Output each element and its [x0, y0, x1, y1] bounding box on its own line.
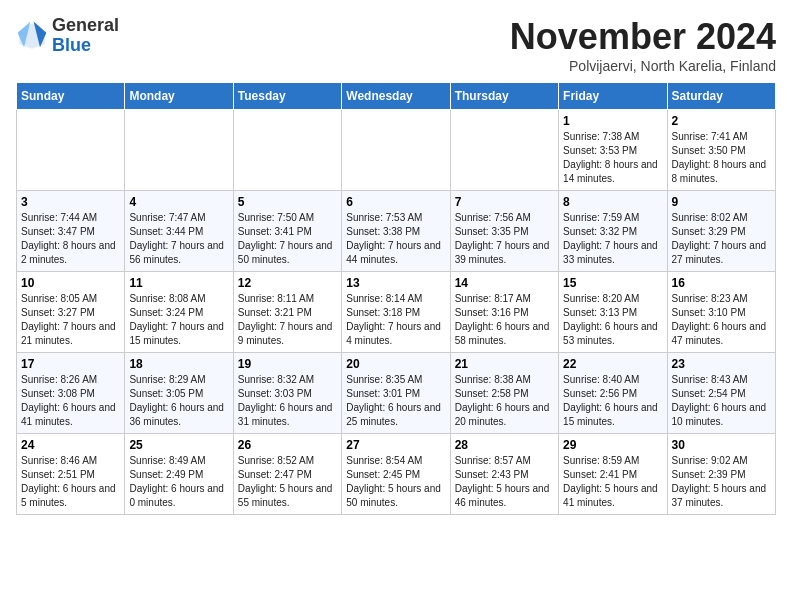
weekday-header-thursday: Thursday — [450, 83, 558, 110]
day-info: Sunrise: 8:46 AMSunset: 2:51 PMDaylight:… — [21, 454, 120, 510]
calendar-cell: 23Sunrise: 8:43 AMSunset: 2:54 PMDayligh… — [667, 353, 775, 434]
calendar-cell: 4Sunrise: 7:47 AMSunset: 3:44 PMDaylight… — [125, 191, 233, 272]
weekday-header-wednesday: Wednesday — [342, 83, 450, 110]
calendar-cell: 8Sunrise: 7:59 AMSunset: 3:32 PMDaylight… — [559, 191, 667, 272]
calendar-cell — [342, 110, 450, 191]
day-number: 9 — [672, 195, 771, 209]
calendar-body: 1Sunrise: 7:38 AMSunset: 3:53 PMDaylight… — [17, 110, 776, 515]
day-number: 17 — [21, 357, 120, 371]
day-info: Sunrise: 7:50 AMSunset: 3:41 PMDaylight:… — [238, 211, 337, 267]
day-number: 16 — [672, 276, 771, 290]
day-info: Sunrise: 7:53 AMSunset: 3:38 PMDaylight:… — [346, 211, 445, 267]
day-number: 23 — [672, 357, 771, 371]
day-info: Sunrise: 8:54 AMSunset: 2:45 PMDaylight:… — [346, 454, 445, 510]
day-number: 19 — [238, 357, 337, 371]
calendar-cell: 18Sunrise: 8:29 AMSunset: 3:05 PMDayligh… — [125, 353, 233, 434]
weekday-header-tuesday: Tuesday — [233, 83, 341, 110]
calendar-cell: 11Sunrise: 8:08 AMSunset: 3:24 PMDayligh… — [125, 272, 233, 353]
day-info: Sunrise: 8:26 AMSunset: 3:08 PMDaylight:… — [21, 373, 120, 429]
day-number: 3 — [21, 195, 120, 209]
calendar-cell: 10Sunrise: 8:05 AMSunset: 3:27 PMDayligh… — [17, 272, 125, 353]
calendar-cell — [125, 110, 233, 191]
day-info: Sunrise: 8:14 AMSunset: 3:18 PMDaylight:… — [346, 292, 445, 348]
day-info: Sunrise: 8:43 AMSunset: 2:54 PMDaylight:… — [672, 373, 771, 429]
day-info: Sunrise: 7:59 AMSunset: 3:32 PMDaylight:… — [563, 211, 662, 267]
day-number: 26 — [238, 438, 337, 452]
day-number: 14 — [455, 276, 554, 290]
calendar-cell: 13Sunrise: 8:14 AMSunset: 3:18 PMDayligh… — [342, 272, 450, 353]
calendar-cell — [233, 110, 341, 191]
calendar-table: SundayMondayTuesdayWednesdayThursdayFrid… — [16, 82, 776, 515]
calendar-week-5: 24Sunrise: 8:46 AMSunset: 2:51 PMDayligh… — [17, 434, 776, 515]
day-info: Sunrise: 7:41 AMSunset: 3:50 PMDaylight:… — [672, 130, 771, 186]
day-number: 12 — [238, 276, 337, 290]
day-info: Sunrise: 9:02 AMSunset: 2:39 PMDaylight:… — [672, 454, 771, 510]
day-info: Sunrise: 8:49 AMSunset: 2:49 PMDaylight:… — [129, 454, 228, 510]
day-info: Sunrise: 7:38 AMSunset: 3:53 PMDaylight:… — [563, 130, 662, 186]
logo: General Blue — [16, 16, 119, 56]
calendar-cell: 30Sunrise: 9:02 AMSunset: 2:39 PMDayligh… — [667, 434, 775, 515]
month-title: November 2024 — [510, 16, 776, 58]
calendar-cell: 25Sunrise: 8:49 AMSunset: 2:49 PMDayligh… — [125, 434, 233, 515]
day-number: 4 — [129, 195, 228, 209]
calendar-cell: 26Sunrise: 8:52 AMSunset: 2:47 PMDayligh… — [233, 434, 341, 515]
calendar-cell: 2Sunrise: 7:41 AMSunset: 3:50 PMDaylight… — [667, 110, 775, 191]
day-info: Sunrise: 8:11 AMSunset: 3:21 PMDaylight:… — [238, 292, 337, 348]
calendar-header: SundayMondayTuesdayWednesdayThursdayFrid… — [17, 83, 776, 110]
day-info: Sunrise: 8:08 AMSunset: 3:24 PMDaylight:… — [129, 292, 228, 348]
day-info: Sunrise: 8:29 AMSunset: 3:05 PMDaylight:… — [129, 373, 228, 429]
calendar-cell: 24Sunrise: 8:46 AMSunset: 2:51 PMDayligh… — [17, 434, 125, 515]
day-number: 8 — [563, 195, 662, 209]
day-number: 20 — [346, 357, 445, 371]
day-info: Sunrise: 8:32 AMSunset: 3:03 PMDaylight:… — [238, 373, 337, 429]
day-info: Sunrise: 7:44 AMSunset: 3:47 PMDaylight:… — [21, 211, 120, 267]
logo-icon — [16, 20, 48, 52]
calendar-week-1: 1Sunrise: 7:38 AMSunset: 3:53 PMDaylight… — [17, 110, 776, 191]
day-info: Sunrise: 8:05 AMSunset: 3:27 PMDaylight:… — [21, 292, 120, 348]
weekday-header-row: SundayMondayTuesdayWednesdayThursdayFrid… — [17, 83, 776, 110]
calendar-cell: 28Sunrise: 8:57 AMSunset: 2:43 PMDayligh… — [450, 434, 558, 515]
day-info: Sunrise: 7:56 AMSunset: 3:35 PMDaylight:… — [455, 211, 554, 267]
weekday-header-saturday: Saturday — [667, 83, 775, 110]
day-number: 21 — [455, 357, 554, 371]
calendar-cell — [17, 110, 125, 191]
title-block: November 2024 Polvijaervi, North Karelia… — [510, 16, 776, 74]
day-number: 5 — [238, 195, 337, 209]
calendar-cell: 5Sunrise: 7:50 AMSunset: 3:41 PMDaylight… — [233, 191, 341, 272]
calendar-week-4: 17Sunrise: 8:26 AMSunset: 3:08 PMDayligh… — [17, 353, 776, 434]
day-number: 28 — [455, 438, 554, 452]
day-info: Sunrise: 8:02 AMSunset: 3:29 PMDaylight:… — [672, 211, 771, 267]
calendar-cell: 16Sunrise: 8:23 AMSunset: 3:10 PMDayligh… — [667, 272, 775, 353]
calendar-cell: 14Sunrise: 8:17 AMSunset: 3:16 PMDayligh… — [450, 272, 558, 353]
day-number: 15 — [563, 276, 662, 290]
day-number: 25 — [129, 438, 228, 452]
weekday-header-monday: Monday — [125, 83, 233, 110]
logo-text: General Blue — [52, 16, 119, 56]
weekday-header-friday: Friday — [559, 83, 667, 110]
location: Polvijaervi, North Karelia, Finland — [510, 58, 776, 74]
calendar-cell: 19Sunrise: 8:32 AMSunset: 3:03 PMDayligh… — [233, 353, 341, 434]
day-number: 1 — [563, 114, 662, 128]
calendar-cell: 29Sunrise: 8:59 AMSunset: 2:41 PMDayligh… — [559, 434, 667, 515]
day-info: Sunrise: 8:38 AMSunset: 2:58 PMDaylight:… — [455, 373, 554, 429]
calendar-cell: 15Sunrise: 8:20 AMSunset: 3:13 PMDayligh… — [559, 272, 667, 353]
calendar-cell: 1Sunrise: 7:38 AMSunset: 3:53 PMDaylight… — [559, 110, 667, 191]
day-info: Sunrise: 8:35 AMSunset: 3:01 PMDaylight:… — [346, 373, 445, 429]
day-info: Sunrise: 8:57 AMSunset: 2:43 PMDaylight:… — [455, 454, 554, 510]
day-info: Sunrise: 8:52 AMSunset: 2:47 PMDaylight:… — [238, 454, 337, 510]
calendar-cell: 3Sunrise: 7:44 AMSunset: 3:47 PMDaylight… — [17, 191, 125, 272]
day-info: Sunrise: 8:17 AMSunset: 3:16 PMDaylight:… — [455, 292, 554, 348]
day-info: Sunrise: 8:40 AMSunset: 2:56 PMDaylight:… — [563, 373, 662, 429]
day-number: 10 — [21, 276, 120, 290]
day-number: 18 — [129, 357, 228, 371]
calendar-cell: 7Sunrise: 7:56 AMSunset: 3:35 PMDaylight… — [450, 191, 558, 272]
day-number: 11 — [129, 276, 228, 290]
day-number: 27 — [346, 438, 445, 452]
calendar-cell: 9Sunrise: 8:02 AMSunset: 3:29 PMDaylight… — [667, 191, 775, 272]
calendar-cell: 21Sunrise: 8:38 AMSunset: 2:58 PMDayligh… — [450, 353, 558, 434]
calendar-cell: 22Sunrise: 8:40 AMSunset: 2:56 PMDayligh… — [559, 353, 667, 434]
day-number: 7 — [455, 195, 554, 209]
page-header: General Blue November 2024 Polvijaervi, … — [16, 16, 776, 74]
calendar-cell: 17Sunrise: 8:26 AMSunset: 3:08 PMDayligh… — [17, 353, 125, 434]
day-info: Sunrise: 8:23 AMSunset: 3:10 PMDaylight:… — [672, 292, 771, 348]
